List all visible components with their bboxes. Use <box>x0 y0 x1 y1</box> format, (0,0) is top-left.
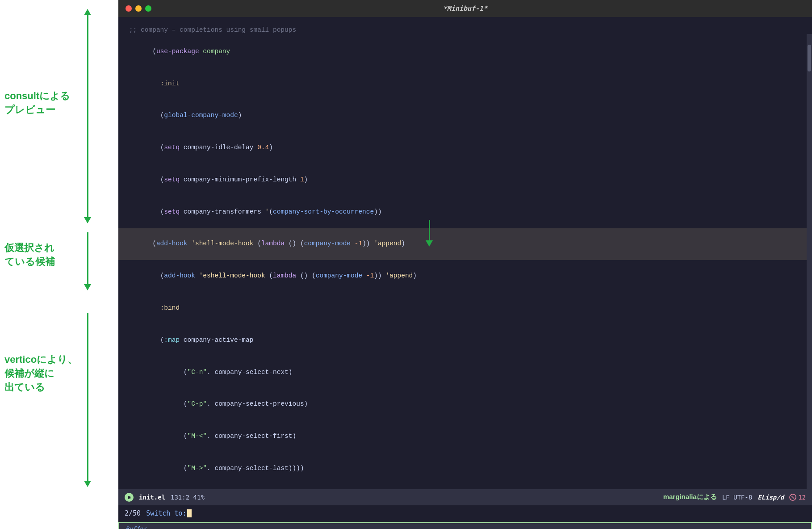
minibuf-counter: 2/50 <box>125 509 141 517</box>
buffer-panel-header: Buffer <box>118 522 812 529</box>
code-line-6: (setq company-transformers '(company-sor… <box>129 196 801 228</box>
code-line-1: (use-package company <box>129 36 801 68</box>
scrollbar[interactable] <box>807 34 812 489</box>
code-comment: ;; company – completions using small pop… <box>129 25 801 36</box>
mode-encoding: LF UTF-8 <box>722 494 752 501</box>
window-title: *Minibuf-1* <box>443 4 487 13</box>
buffer-header-label: Buffer <box>126 525 146 529</box>
bottom-arrow <box>87 313 88 483</box>
annotation-panel: consultによる プレビュー 仮選択され ている候補 verticoにより、… <box>0 0 118 529</box>
code-line-10: (:map company-active-map <box>129 324 801 357</box>
maximize-button[interactable] <box>145 5 151 12</box>
code-line-5: (setq company-minimum-prefix-length 1) <box>129 164 801 196</box>
code-editor: ;; company – completions using small pop… <box>118 17 812 489</box>
code-line-2: :init <box>129 68 801 100</box>
minibuf-prompt: Switch to: <box>146 509 186 517</box>
emacs-icon: e <box>125 493 134 502</box>
scrollbar-thumb[interactable] <box>808 45 811 71</box>
title-bar: *Minibuf-1* <box>118 0 812 17</box>
mode-position: 131:2 41% <box>171 494 205 501</box>
code-line-14: ("M->". company-select-last)))) <box>129 453 801 485</box>
marginalia-arrow-head <box>426 240 433 247</box>
code-line-7-highlighted: (add-hook 'shell-mode-hook (lambda () (c… <box>118 228 812 260</box>
code-line-4: (setq company-idle-delay 0.4) <box>129 132 801 164</box>
top-arrow <box>87 13 88 219</box>
close-button[interactable] <box>126 5 132 12</box>
marginalia-down-arrow <box>429 220 430 242</box>
editor-container: *Minibuf-1* ;; company – completions usi… <box>118 0 812 529</box>
mode-errors: 12 <box>789 494 806 501</box>
window-controls <box>126 5 151 12</box>
mid-arrow <box>87 232 88 286</box>
code-line-11: ("C-n". company-select-next) <box>129 357 801 389</box>
code-line-13: ("M-<". company-select-first) <box>129 420 801 453</box>
minibuf-line[interactable]: 2/50 Switch to: <box>118 505 812 522</box>
minibuf-cursor <box>187 509 192 517</box>
code-line-12: ("C-p". company-select-previous) <box>129 388 801 420</box>
mode-major: ELisp/d <box>758 494 784 501</box>
mode-filename: init.el <box>139 494 165 501</box>
minimize-button[interactable] <box>135 5 142 12</box>
code-line-8: (add-hook 'eshell-mode-hook (lambda () (… <box>129 260 801 292</box>
code-line-3: (global-company-mode) <box>129 100 801 132</box>
marginalia-label: marginaliaによる <box>663 493 717 501</box>
vertico-annotation-label: verticoにより、 候補が縦に 出ている <box>4 353 77 394</box>
mode-line: e init.el 131:2 41% marginaliaによる LF UTF… <box>118 489 812 505</box>
error-circle-icon <box>789 494 796 501</box>
candidate-annotation-label: 仮選択され ている候補 <box>4 241 55 269</box>
buffer-panel: Buffer Documents %%– 1.1k Dired by name … <box>118 522 812 529</box>
consult-annotation-label: consultによる プレビュー <box>4 89 70 117</box>
code-line-9: :bind <box>129 292 801 324</box>
svg-line-1 <box>791 496 794 499</box>
error-count: 12 <box>798 494 806 501</box>
